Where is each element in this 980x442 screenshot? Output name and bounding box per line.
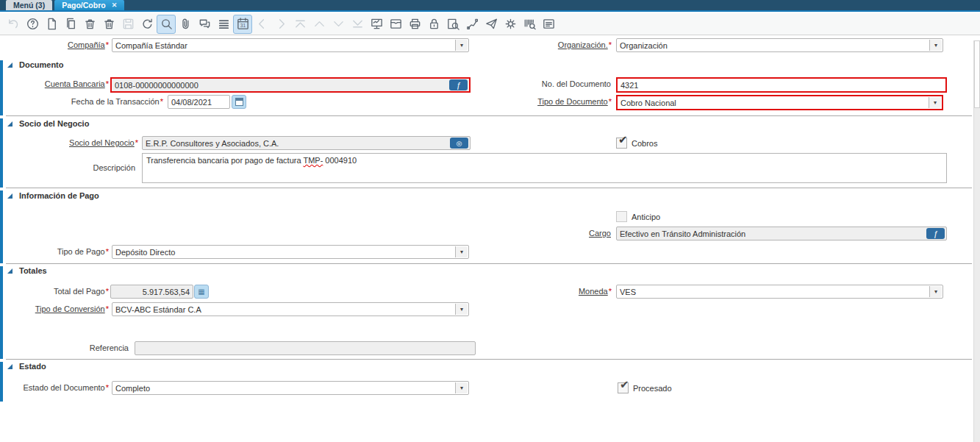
checkbox[interactable]: ✔ (616, 138, 627, 149)
tipo-pago-select[interactable]: Depósito Directo ▾ (112, 245, 469, 259)
organizacion-label[interactable]: Organización.* (471, 38, 612, 52)
send-mail-icon[interactable] (482, 15, 501, 34)
no-documento-label: No. del Documento (471, 77, 612, 91)
scrollbar-thumb[interactable] (974, 40, 980, 108)
attachment-icon[interactable] (176, 15, 195, 34)
moneda-label[interactable]: Moneda* (471, 285, 612, 299)
report-icon[interactable] (367, 15, 386, 34)
cargo-label[interactable]: Cargo (471, 227, 612, 240)
up-icon[interactable] (310, 15, 329, 34)
calendar-picker-button[interactable] (232, 95, 246, 109)
save-icon[interactable] (118, 15, 137, 34)
tipo-conversion-label[interactable]: Tipo de Conversión* (0, 302, 109, 316)
tipo-conversion-select[interactable]: BCV-ABC Estándar C.A ▾ (112, 302, 469, 316)
tab-menu-label: Menú (3) (13, 1, 45, 10)
workflow-icon[interactable] (462, 15, 482, 34)
collapse-triangle-icon (7, 193, 12, 199)
copy-record-icon[interactable] (61, 15, 80, 34)
close-tab-icon[interactable]: ✕ (112, 1, 118, 9)
previous-record-icon[interactable] (252, 15, 271, 34)
help-icon[interactable] (23, 15, 42, 34)
last-record-icon[interactable] (348, 15, 367, 34)
print-icon[interactable] (405, 15, 424, 34)
check-icon: ✔ (620, 378, 629, 391)
section-informacion-pago[interactable]: Información de Pago (7, 191, 99, 200)
chevron-down-icon[interactable]: ▾ (455, 382, 468, 393)
down-icon[interactable] (329, 15, 348, 34)
collapse-triangle-icon (7, 268, 12, 274)
fecha-transaccion-label: Fecha de la Transacción* (0, 95, 163, 109)
referencia-label: Referencia (0, 341, 129, 355)
section-socio-negocio[interactable]: Socio del Negocio (7, 119, 89, 128)
cuenta-bancaria-label[interactable]: Cuenta Bancaria* (0, 77, 109, 91)
organizacion-select[interactable]: Organización ▾ (616, 38, 943, 52)
anticipo-label: Anticipo (632, 213, 660, 221)
tipo-pago-label: Tipo de Pago* (0, 245, 109, 259)
chevron-down-icon[interactable]: ▾ (455, 246, 468, 257)
delete-record-icon[interactable] (80, 15, 99, 34)
archive-icon[interactable] (386, 15, 405, 34)
procesado-label: Procesado (633, 384, 672, 393)
delete-selection-icon[interactable] (99, 15, 118, 34)
chevron-down-icon[interactable]: ▾ (929, 97, 941, 108)
socio-negocio-label[interactable]: Socio del Negocio* (0, 136, 138, 150)
cobros-label: Cobros (632, 139, 657, 148)
compania-select[interactable]: Compañía Estándar ▾ (112, 38, 469, 52)
section-totales[interactable]: Totales (7, 266, 47, 275)
find-icon[interactable] (157, 15, 176, 34)
tab-pago-cobro-label: Pago/Cobro (62, 1, 106, 10)
estado-documento-label: Estado del Documento* (0, 381, 109, 395)
checkbox[interactable] (616, 211, 627, 222)
chat-icon[interactable] (195, 15, 214, 34)
vertical-scrollbar[interactable] (973, 40, 980, 442)
fecha-transaccion-input[interactable]: 04/08/2021 (168, 95, 230, 109)
estado-documento-select[interactable]: Completo ▾ (112, 381, 469, 395)
section-accent-bar (0, 118, 3, 188)
cuenta-bancaria-field[interactable]: 0108-00000000000000 ƒ (110, 77, 471, 93)
tab-pago-cobro[interactable]: Pago/Cobro ✕ (54, 0, 124, 10)
section-separator (6, 359, 972, 360)
referencia-input[interactable] (135, 341, 476, 355)
procesado-checkbox[interactable]: ✔ Procesado (618, 382, 672, 393)
tab-menu[interactable]: Menú (3) (6, 0, 52, 10)
tipo-documento-label[interactable]: Tipo de Documento* (471, 95, 612, 109)
descripcion-textarea[interactable]: Transferencia bancaria por pago de factu… (142, 153, 947, 183)
socio-negocio-field[interactable]: E.R.P. Consultores y Asociados, C.A. ◎ (142, 136, 471, 150)
total-pago-label: Total del Pago* (0, 285, 109, 299)
charge-lookup-button[interactable]: ƒ (926, 228, 945, 239)
partner-info-button[interactable]: ◎ (450, 138, 468, 149)
help-window-icon[interactable] (539, 15, 558, 34)
print-preview-icon[interactable] (443, 15, 462, 34)
no-documento-input[interactable]: 4321 (616, 77, 947, 93)
misspelled-word: TMP- (303, 156, 323, 165)
section-documento[interactable]: Documento (7, 60, 64, 69)
new-record-icon[interactable] (42, 15, 61, 34)
chevron-down-icon[interactable]: ▾ (455, 304, 468, 315)
chevron-down-icon[interactable]: ▾ (929, 40, 942, 51)
refresh-icon[interactable] (137, 15, 157, 34)
cargo-field[interactable]: Efectivo en Tránsito Administración ƒ (616, 227, 947, 240)
lock-icon[interactable] (424, 15, 443, 34)
barcode-scan-icon[interactable] (520, 15, 539, 34)
account-lookup-button[interactable]: ƒ (449, 79, 468, 90)
calculator-icon: ▦ (198, 288, 204, 296)
section-estado[interactable]: Estado (7, 362, 46, 371)
anticipo-checkbox[interactable]: Anticipo (616, 211, 660, 222)
first-record-icon[interactable] (290, 15, 310, 34)
chevron-down-icon[interactable]: ▾ (455, 40, 468, 51)
tipo-documento-select[interactable]: Cobro Nacional ▾ (616, 95, 943, 110)
checkbox[interactable]: ✔ (618, 382, 629, 393)
calculator-button[interactable]: ▦ (194, 285, 209, 299)
next-record-icon[interactable] (271, 15, 290, 34)
grid-toggle-icon[interactable] (214, 15, 233, 34)
collapse-triangle-icon (7, 63, 12, 68)
section-separator (6, 115, 972, 116)
compania-label[interactable]: Compañía* (0, 38, 109, 52)
calendar-icon[interactable]: 31 (233, 15, 252, 34)
moneda-select[interactable]: VES ▾ (616, 285, 943, 299)
chevron-down-icon[interactable]: ▾ (929, 286, 942, 297)
cobros-checkbox[interactable]: ✔ Cobros (616, 138, 657, 149)
total-pago-input[interactable]: 5.917.563,54 (110, 285, 193, 299)
preferences-icon[interactable] (501, 15, 520, 34)
undo-icon[interactable] (4, 15, 23, 34)
